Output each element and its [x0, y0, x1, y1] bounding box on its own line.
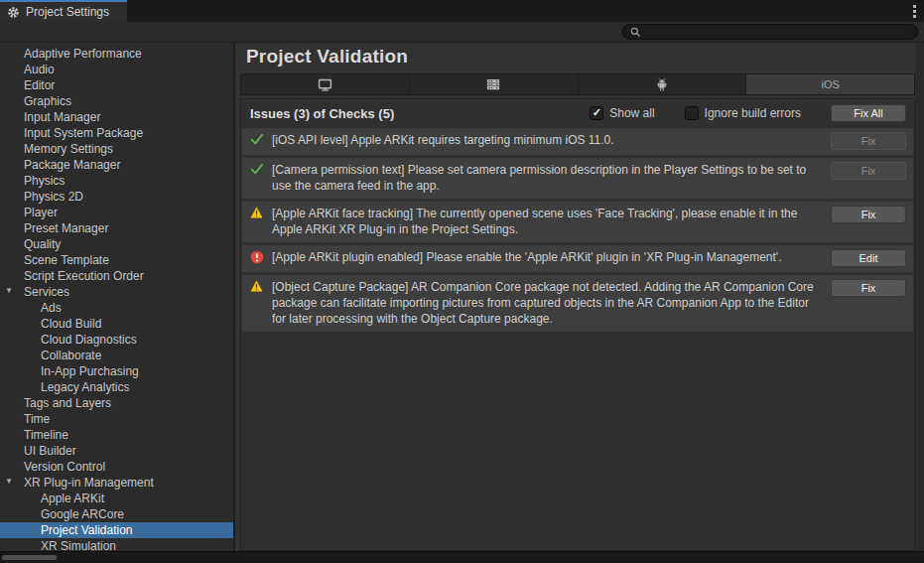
sidebar-item-editor[interactable]: Editor — [0, 77, 233, 93]
fix-button[interactable]: Fix — [831, 279, 906, 297]
sidebar-item-preset-manager[interactable]: Preset Manager — [0, 220, 233, 236]
sidebar-item-label: XR Plug-in Management — [24, 476, 154, 490]
sidebar-item-adaptive-performance[interactable]: Adaptive Performance — [0, 46, 233, 62]
sidebar-item-apple-arkit[interactable]: Apple ARKit — [0, 491, 233, 506]
sidebar-item-label: Memory Settings — [24, 142, 113, 156]
error-circle-icon — [249, 249, 264, 264]
sidebar-item-label: Editor — [24, 78, 55, 92]
tab-desktop[interactable] — [241, 74, 410, 94]
sidebar-item-audio[interactable]: Audio — [0, 62, 233, 77]
window-tab-project-settings[interactable]: Project Settings — [0, 0, 127, 22]
sidebar-item-label: Apple ARKit — [41, 492, 104, 505]
edit-button[interactable]: Edit — [831, 249, 906, 267]
check-icon — [249, 132, 264, 145]
sidebar-item-quality[interactable]: Quality — [0, 236, 233, 252]
show-all-checkbox[interactable]: ✓ — [590, 106, 603, 120]
issue-row[interactable]: [Camera permission text] Please set came… — [242, 158, 913, 199]
ignore-build-errors-toggle[interactable]: ✓ Ignore build errors — [685, 106, 801, 120]
android-icon — [655, 77, 669, 92]
page-title: Project Validation — [240, 44, 915, 73]
sidebar-item-cloud-build[interactable]: Cloud Build — [0, 316, 233, 332]
gear-icon — [7, 6, 20, 19]
platform-tabs: iOS — [240, 73, 915, 95]
issue-row[interactable]: [iOS API level] Apple ARKit requires tar… — [242, 128, 913, 155]
show-all-toggle[interactable]: ✓ Show all — [590, 106, 654, 120]
ignore-build-errors-label: Ignore build errors — [705, 106, 801, 120]
sidebar-item-version-control[interactable]: Version Control — [0, 459, 233, 475]
sidebar-item-label: XR Simulation — [41, 539, 116, 551]
issue-text: [Object Capture Package] AR Companion Co… — [272, 279, 819, 327]
sidebar-item-label: Cloud Diagnostics — [41, 333, 137, 347]
sidebar-item-label: Adaptive Performance — [24, 47, 142, 61]
bottom-scrollbar[interactable] — [0, 551, 924, 563]
sidebar-item-package-manager[interactable]: Package Manager — [0, 157, 233, 173]
sidebar-item-player[interactable]: Player — [0, 205, 233, 220]
sidebar-item-label: In-App Purchasing — [41, 364, 139, 378]
ignore-build-errors-checkbox[interactable]: ✓ — [685, 106, 699, 120]
sidebar-item-script-execution-order[interactable]: Script Execution Order — [0, 268, 233, 284]
project-settings-window: Project Settings Adaptive PerformanceAud… — [0, 0, 924, 563]
sidebar-item-time[interactable]: Time — [0, 411, 233, 427]
sidebar-item-ui-builder[interactable]: UI Builder — [0, 443, 233, 459]
issue-text: [iOS API level] Apple ARKit requires tar… — [272, 132, 819, 148]
tab-ios-label: iOS — [821, 78, 839, 90]
window-body: Adaptive PerformanceAudioEditorGraphicsI… — [0, 43, 924, 551]
toolbar — [0, 22, 924, 43]
window-titlebar: Project Settings — [0, 0, 924, 22]
issues-title: Issues (3) of Checks (5) — [250, 106, 560, 121]
kebab-menu-icon[interactable] — [904, 0, 924, 22]
sidebar-item-cloud-diagnostics[interactable]: Cloud Diagnostics — [0, 332, 233, 348]
tab-android[interactable] — [579, 74, 747, 94]
fix-all-button[interactable]: Fix All — [831, 104, 906, 122]
sidebar-item-tags-and-layers[interactable]: Tags and Layers — [0, 395, 233, 411]
sidebar-item-timeline[interactable]: Timeline — [0, 427, 233, 443]
issue-row[interactable]: [Apple ARKit face tracking] The currentl… — [242, 202, 913, 242]
sidebar-item-label: Services — [24, 285, 69, 299]
sidebar-item-physics[interactable]: Physics — [0, 173, 233, 189]
sidebar-item-label: Quality — [24, 237, 61, 251]
sidebar-item-label: Graphics — [24, 94, 71, 108]
search-icon — [630, 27, 641, 38]
check-icon — [249, 162, 264, 175]
sidebar-item-input-manager[interactable]: Input Manager — [0, 109, 233, 125]
sidebar-item-xr-simulation[interactable]: XR Simulation — [0, 538, 233, 551]
scrollbar-thumb[interactable] — [2, 555, 57, 560]
sidebar-item-label: UI Builder — [24, 444, 76, 458]
warning-triangle-icon — [249, 206, 264, 218]
sidebar-item-project-validation[interactable]: Project Validation — [0, 522, 233, 538]
issue-row[interactable]: [Apple ARKit plugin enabled] Please enab… — [242, 245, 913, 272]
sidebar-item-label: Project Validation — [41, 523, 133, 537]
sidebar-item-services[interactable]: ▼Services — [0, 284, 233, 300]
sidebar-item-label: Physics 2D — [24, 190, 83, 204]
fix-button[interactable]: Fix — [831, 162, 906, 180]
sidebar-item-memory-settings[interactable]: Memory Settings — [0, 141, 233, 157]
sidebar-item-label: Version Control — [24, 460, 105, 474]
issue-list: [iOS API level] Apple ARKit requires tar… — [241, 127, 914, 550]
sidebar-item-legacy-analytics[interactable]: Legacy Analytics — [0, 379, 233, 395]
foldout-triangle-icon[interactable]: ▼ — [5, 286, 13, 295]
warning-triangle-icon — [249, 279, 264, 292]
foldout-triangle-icon[interactable]: ▼ — [5, 477, 13, 486]
sidebar-item-collaborate[interactable]: Collaborate — [0, 348, 233, 363]
sidebar-item-input-system-package[interactable]: Input System Package — [0, 125, 233, 141]
tab-ios[interactable]: iOS — [746, 74, 914, 94]
check-icon: ✓ — [593, 107, 601, 118]
search-box[interactable] — [622, 24, 918, 40]
window-tab-label: Project Settings — [26, 5, 109, 19]
sidebar-item-ads[interactable]: Ads — [0, 300, 233, 316]
sidebar-item-physics-2d[interactable]: Physics 2D — [0, 189, 233, 205]
sidebar-item-xr-plug-in-management[interactable]: ▼XR Plug-in Management — [0, 475, 233, 491]
fix-button[interactable]: Fix — [831, 206, 906, 223]
sidebar-item-google-arcore[interactable]: Google ARCore — [0, 506, 233, 522]
issue-row[interactable]: [Object Capture Package] AR Companion Co… — [242, 275, 913, 332]
sidebar-item-in-app-purchasing[interactable]: In-App Purchasing — [0, 363, 233, 379]
sidebar-item-scene-template[interactable]: Scene Template — [0, 252, 233, 268]
tab-dedicated-server[interactable] — [410, 74, 579, 94]
sidebar-item-label: Google ARCore — [41, 507, 124, 521]
desktop-icon — [318, 77, 332, 92]
search-input[interactable] — [645, 26, 910, 38]
fix-button[interactable]: Fix — [831, 132, 906, 150]
sidebar-item-label: Time — [24, 412, 50, 426]
sidebar-item-graphics[interactable]: Graphics — [0, 93, 233, 109]
issue-text: [Apple ARKit face tracking] The currentl… — [272, 206, 819, 237]
